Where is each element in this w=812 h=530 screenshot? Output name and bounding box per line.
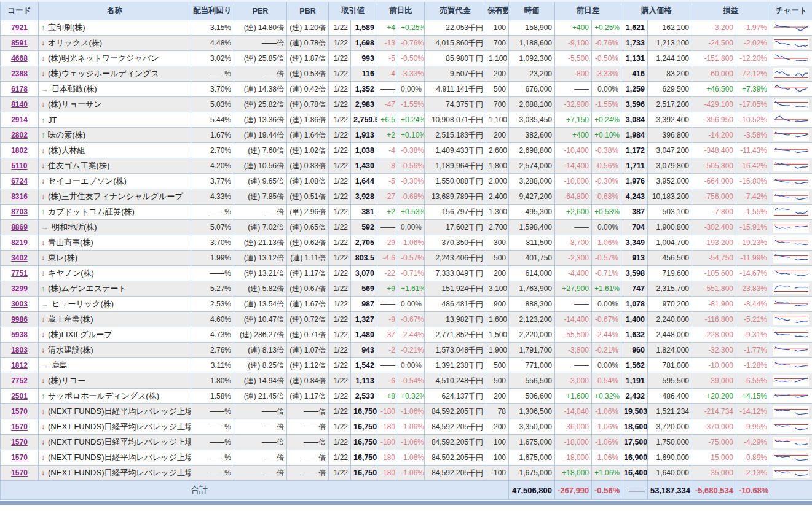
sparkline-chart[interactable] <box>770 343 812 358</box>
stock-code-link[interactable]: 7921 <box>11 23 28 32</box>
sparkline-chart[interactable] <box>770 312 812 327</box>
stock-code-link[interactable]: 9986 <box>11 315 28 324</box>
stock-code-link[interactable]: 8869 <box>11 223 28 232</box>
stock-code-link[interactable]: 1570 <box>11 453 28 462</box>
day-change-pct: 0.00% <box>398 82 425 97</box>
holdings-count: 200 <box>486 128 509 143</box>
sparkline-chart[interactable] <box>770 51 812 66</box>
sparkline-chart[interactable] <box>770 251 812 266</box>
market-value: 158,900 <box>509 20 555 36</box>
dividend-yield: 4.20% <box>191 158 234 174</box>
day-diff-pct: -1.06% <box>592 404 621 419</box>
stock-code-link[interactable]: 4668 <box>11 54 28 63</box>
purchase-total: 2,315,700 <box>648 281 692 297</box>
per-value: ――倍 <box>234 419 287 435</box>
sparkline-chart[interactable] <box>770 205 812 220</box>
stock-code-link[interactable]: 1570 <box>11 407 28 416</box>
stock-code-link[interactable]: 8140 <box>11 100 28 109</box>
table-row: 7921 ↑宝印刷(株) 3.15% (連) 14.80倍 (連) 1.20倍 … <box>1 20 812 36</box>
sparkline-chart[interactable] <box>770 358 812 373</box>
sparkline-chart[interactable] <box>770 466 812 481</box>
profit-loss: -151,800 <box>692 51 736 66</box>
stock-code-link[interactable]: 7751 <box>11 269 28 278</box>
trade-price: 16,750 <box>351 404 377 419</box>
day-diff: -64,800 <box>555 189 592 205</box>
stock-code-link[interactable]: 1570 <box>11 469 28 477</box>
sparkline-chart[interactable] <box>770 158 812 174</box>
market-value: 888,300 <box>509 297 555 312</box>
market-value: 614,000 <box>509 266 555 281</box>
stock-code-link[interactable]: 5110 <box>11 162 27 170</box>
stock-code-link[interactable]: 8219 <box>11 238 28 247</box>
pbr-value: (連) 1.17倍 <box>287 266 329 281</box>
stock-code-link[interactable]: 8703 <box>11 208 28 216</box>
stock-name-cell: ↓オリックス(株) <box>39 36 191 51</box>
sparkline-chart[interactable] <box>770 266 812 281</box>
stock-code-link[interactable]: 8316 <box>11 192 28 201</box>
stock-code-cell: 1570 <box>1 450 39 466</box>
sparkline-chart[interactable] <box>770 82 812 97</box>
stock-code-link[interactable]: 1802 <box>11 146 28 155</box>
sparkline-chart[interactable] <box>770 189 812 205</box>
sparkline-chart[interactable] <box>770 66 812 82</box>
holdings-count: 1,300 <box>486 205 509 220</box>
holdings-count: 100 <box>486 435 509 450</box>
stock-code-link[interactable]: 6178 <box>11 85 28 93</box>
day-diff: -55,500 <box>555 327 592 343</box>
sparkline-chart[interactable] <box>770 220 812 235</box>
day-diff-pct: -1.06% <box>592 435 621 450</box>
sparkline-chart[interactable] <box>770 235 812 251</box>
trade-date: 1/22 <box>329 281 351 297</box>
col-header-market-value: 時価 <box>509 1 555 20</box>
sparkline-chart[interactable] <box>770 281 812 297</box>
trading-value: 2,243,406千円 <box>425 251 486 266</box>
sparkline-chart[interactable] <box>770 435 812 450</box>
stock-code-link[interactable]: 1812 <box>11 361 28 370</box>
stock-code-link[interactable]: 5938 <box>11 330 28 339</box>
sparkline-chart[interactable] <box>770 373 812 389</box>
pbr-value: (連) 0.65倍 <box>287 220 329 235</box>
stock-code-link[interactable]: 1570 <box>11 438 28 446</box>
table-row: 6178 →日本郵政(株) 3.70% (連) 14.38倍 (連) 0.42倍… <box>1 82 812 97</box>
profit-loss-pct: -12.20% <box>736 51 770 66</box>
stock-code-link[interactable]: 2501 <box>11 392 28 400</box>
profit-loss: -24,500 <box>692 36 736 51</box>
stock-code-link[interactable]: 3299 <box>11 284 28 293</box>
trade-date: 1/22 <box>329 205 351 220</box>
sparkline-chart[interactable] <box>770 450 812 466</box>
sparkline-chart[interactable] <box>770 174 812 189</box>
sparkline-chart[interactable] <box>770 128 812 143</box>
stock-code-link[interactable]: 6724 <box>11 177 28 185</box>
sparkline-chart[interactable] <box>770 112 812 128</box>
sparkline-chart[interactable] <box>770 143 812 158</box>
trading-value: 4,015,860千円 <box>425 36 486 51</box>
stock-code-link[interactable]: 8591 <box>11 39 28 47</box>
profit-loss-pct: -14.12% <box>736 404 770 419</box>
stock-code-link[interactable]: 2914 <box>11 115 28 124</box>
stock-code-link[interactable]: 7752 <box>11 376 28 385</box>
sparkline-chart[interactable] <box>770 404 812 419</box>
stock-code-link[interactable]: 1570 <box>11 423 28 431</box>
sparkline-chart[interactable] <box>770 297 812 312</box>
stock-code-link[interactable]: 3003 <box>11 300 28 308</box>
stock-code-link[interactable]: 1803 <box>11 346 28 354</box>
per-value: (連) 25.85倍 <box>234 51 287 66</box>
sparkline-chart[interactable] <box>770 327 812 343</box>
dividend-yield: 5.27% <box>191 281 234 297</box>
sparkline-chart[interactable] <box>770 20 812 36</box>
day-change-pct: -1.55% <box>398 97 425 112</box>
sparkline-chart[interactable] <box>770 97 812 112</box>
sparkline-chart[interactable] <box>770 419 812 435</box>
day-change: +4 <box>377 20 398 36</box>
stock-name-cell: ↓(株)大林組 <box>39 143 191 158</box>
stock-code-link[interactable]: 3402 <box>11 254 28 262</box>
day-change-pct: +0.24% <box>398 112 425 128</box>
dividend-yield: 5.44% <box>191 112 234 128</box>
stock-code-link[interactable]: 2388 <box>11 69 28 78</box>
sparkline-chart[interactable] <box>770 36 812 51</box>
sparkline-chart[interactable] <box>770 389 812 404</box>
day-diff-pct: -3.33% <box>592 66 621 82</box>
stock-code-link[interactable]: 2802 <box>11 131 28 139</box>
stock-name-cell: ↓(株)LIXILグループ <box>39 327 191 343</box>
trade-date: 1/22 <box>329 404 351 419</box>
